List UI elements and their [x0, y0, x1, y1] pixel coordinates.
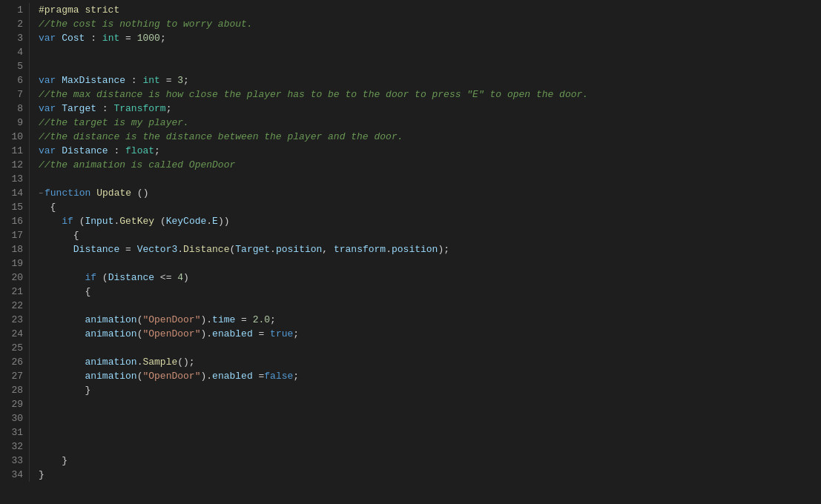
- line-number: 23: [6, 313, 23, 327]
- line-number: 8: [6, 102, 23, 116]
- token: animation: [85, 314, 136, 325]
- line-number: 29: [6, 397, 23, 411]
- line-number: 20: [6, 271, 23, 285]
- code-line: [39, 397, 812, 411]
- token: );: [438, 244, 449, 255]
- line-number-gutter: 1234567891011121314151617181920212223242…: [0, 3, 30, 482]
- line-number: 5: [6, 59, 23, 73]
- token: [39, 272, 85, 283]
- token: Update: [96, 188, 137, 199]
- token: function: [44, 188, 96, 199]
- token: ;: [154, 145, 160, 156]
- code-line: [39, 440, 812, 454]
- line-number: 16: [6, 214, 23, 228]
- token: 2.0: [253, 314, 270, 325]
- token: //the target is my player.: [39, 117, 189, 128]
- fold-indicator[interactable]: −: [39, 190, 43, 198]
- code-line: {: [39, 285, 812, 299]
- token: =: [253, 371, 265, 382]
- code-line: [39, 425, 812, 440]
- token: Distance: [62, 145, 113, 156]
- line-number: 24: [6, 327, 23, 341]
- token: //the cost is nothing to worry about.: [39, 19, 253, 30]
- line-number: 9: [6, 116, 23, 130]
- line-number: 10: [6, 130, 23, 144]
- code-line: }: [39, 383, 812, 397]
- token: Input: [85, 216, 113, 227]
- token: var: [39, 33, 62, 44]
- token: E: [212, 216, 218, 227]
- token: :: [102, 103, 114, 114]
- token: Vector3: [137, 244, 178, 255]
- token: enabled: [212, 371, 253, 382]
- line-number: 25: [6, 341, 23, 355]
- token: //the max distance is how close the play…: [39, 89, 588, 100]
- code-line: [39, 172, 812, 186]
- token: }: [39, 385, 90, 396]
- line-number: 18: [6, 242, 23, 256]
- code-line: {: [39, 200, 812, 214]
- token: [39, 314, 85, 325]
- token: KeyCode: [166, 216, 207, 227]
- token: (: [73, 216, 85, 227]
- line-number: 14: [6, 186, 23, 200]
- token: enabled: [212, 328, 253, 339]
- token: var: [39, 103, 62, 114]
- line-number: 32: [6, 440, 23, 454]
- token: {: [39, 202, 56, 213]
- token: Distance: [183, 244, 229, 255]
- token: position: [392, 244, 438, 255]
- token: 1000: [137, 33, 160, 44]
- token: <=: [154, 272, 177, 283]
- token: animation: [85, 371, 136, 382]
- line-number: 15: [6, 200, 23, 214]
- token: ;: [160, 33, 166, 44]
- token: animation: [85, 328, 136, 339]
- code-line: animation("OpenDoor").enabled =false;: [39, 369, 812, 383]
- token: :: [90, 33, 102, 44]
- token: true: [270, 328, 293, 339]
- code-line: var MaxDistance : int = 3;: [39, 73, 812, 87]
- token: .: [270, 244, 276, 255]
- token: .: [206, 216, 212, 227]
- line-number: 12: [6, 158, 23, 172]
- code-content[interactable]: #pragma strict//the cost is nothing to w…: [30, 3, 821, 482]
- token: Cost: [62, 33, 90, 44]
- token: =: [160, 75, 177, 86]
- token: var: [39, 75, 62, 86]
- code-line: //the target is my player.: [39, 116, 812, 130]
- token: (: [96, 272, 108, 283]
- token: [39, 216, 62, 227]
- line-number: 31: [6, 425, 23, 440]
- code-line: animation("OpenDoor").enabled = true;: [39, 327, 812, 341]
- line-number: 22: [6, 299, 23, 313]
- token: float: [125, 145, 154, 156]
- code-line: −function Update (): [39, 186, 812, 200]
- token: =: [253, 328, 270, 339]
- code-line: var Distance : float;: [39, 144, 812, 158]
- token: {: [39, 286, 90, 297]
- token: ).: [200, 328, 212, 339]
- token: =: [235, 314, 252, 325]
- line-number: 33: [6, 454, 23, 468]
- line-number: 21: [6, 285, 23, 299]
- token: "OpenDoor": [142, 328, 200, 339]
- token: ;: [293, 328, 299, 339]
- code-line: [39, 341, 812, 355]
- code-line: [39, 299, 812, 313]
- line-number: 2: [6, 17, 23, 31]
- code-line: Distance = Vector3.Distance(Target.posit…: [39, 242, 812, 256]
- token: Target: [62, 103, 102, 114]
- token: int: [142, 75, 159, 86]
- token: :: [131, 75, 143, 86]
- token: ).: [200, 314, 212, 325]
- code-line: //the max distance is how close the play…: [39, 87, 812, 102]
- line-number: 3: [6, 31, 23, 45]
- code-line: animation.Sample();: [39, 355, 812, 369]
- token: ).: [200, 371, 212, 382]
- token: ): [183, 272, 189, 283]
- line-number: 7: [6, 87, 23, 102]
- token: "OpenDoor": [142, 371, 200, 382]
- token: [39, 328, 85, 339]
- token: time: [212, 314, 235, 325]
